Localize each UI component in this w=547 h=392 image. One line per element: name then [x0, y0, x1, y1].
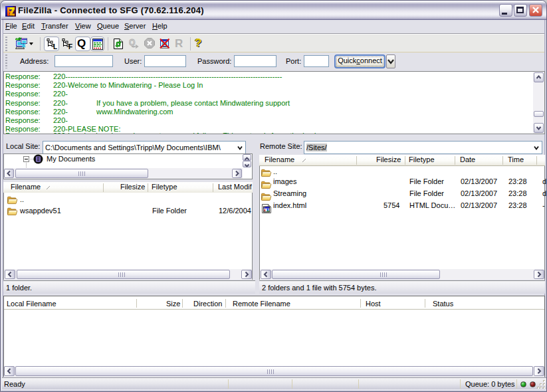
- svg-text:L: L: [53, 43, 57, 50]
- svg-text:Q: Q: [129, 38, 135, 47]
- svg-text:F: F: [68, 43, 72, 50]
